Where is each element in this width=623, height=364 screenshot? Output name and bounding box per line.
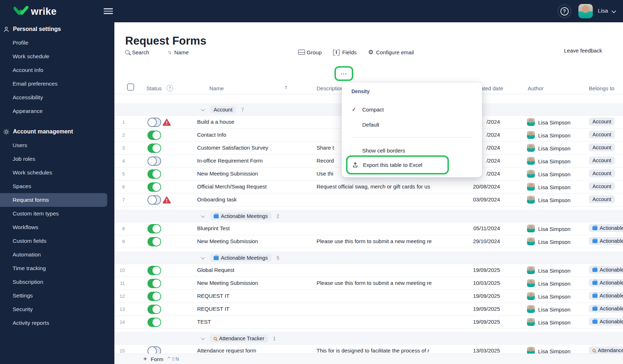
- form-name[interactable]: New Meeting Submission: [197, 280, 316, 286]
- help-button[interactable]: ?: [558, 4, 571, 18]
- form-name[interactable]: Official Merch/Swag Request: [197, 183, 316, 190]
- sidebar-item-activity-reports[interactable]: Activity reports: [0, 316, 114, 330]
- table-row[interactable]: 7Onboarding task03/09/2024Lisa SimpsonAc…: [114, 194, 623, 206]
- form-name[interactable]: Global Request: [197, 267, 316, 273]
- belongs-badge[interactable]: Account: [589, 131, 615, 138]
- status-toggle[interactable]: [147, 318, 161, 327]
- status-toggle[interactable]: [147, 237, 161, 246]
- column-header-belongs-to[interactable]: Belongs to: [589, 85, 614, 91]
- form-name[interactable]: Attendance request form: [197, 347, 316, 354]
- status-toggle[interactable]: [147, 118, 161, 127]
- sidebar-item-custom-fields[interactable]: Custom fields: [0, 234, 114, 248]
- group-badge[interactable]: Account: [210, 106, 236, 114]
- form-name[interactable]: New Meeting Submission: [197, 170, 316, 177]
- sidebar-item-profile[interactable]: Profile: [0, 36, 114, 50]
- table-row[interactable]: 9New Meeting SubmissionPlease use this f…: [114, 235, 623, 248]
- belongs-badge[interactable]: Actionable Meetings: [589, 279, 623, 287]
- status-toggle[interactable]: [147, 169, 161, 179]
- form-name[interactable]: Customer Satisfaction Survey: [197, 145, 316, 151]
- form-name[interactable]: REQUEST IT: [197, 293, 316, 299]
- chevron-down-icon[interactable]: [201, 255, 205, 259]
- group-badge[interactable]: Actionable Meetings: [210, 212, 272, 220]
- sidebar-item-custom-item-types[interactable]: Custom item types: [0, 207, 114, 220]
- table-row[interactable]: 10Global Request19/09/2025Lisa SimpsonAc…: [114, 264, 623, 277]
- form-name[interactable]: Blueprint Test: [197, 225, 316, 231]
- sidebar-item-job-roles[interactable]: Job roles: [0, 152, 114, 166]
- table-row[interactable]: 8Blueprint Test05/11/2024Lisa SimpsonAct…: [114, 222, 623, 235]
- group-badge[interactable]: Attendance Tracker: [210, 335, 268, 342]
- status-toggle[interactable]: [147, 144, 161, 153]
- sidebar-item-work-schedule[interactable]: Work schedule: [0, 50, 114, 63]
- form-name[interactable]: New Meeting Submission: [197, 238, 316, 244]
- menu-item-export-to-excel[interactable]: Export this table to Excel: [346, 155, 449, 174]
- belongs-badge[interactable]: Account: [589, 144, 615, 151]
- belongs-badge[interactable]: Actionable Meetings: [589, 318, 623, 326]
- sidebar-item-email-preferences[interactable]: Email preferences: [0, 77, 114, 91]
- sidebar-item-security[interactable]: Security: [0, 302, 114, 316]
- status-toggle[interactable]: [147, 131, 161, 140]
- column-header-name[interactable]: Name: [209, 85, 224, 91]
- configure-email-button[interactable]: ⚙ Configure email: [368, 49, 414, 55]
- status-toggle[interactable]: [147, 195, 161, 205]
- hamburger-menu-icon[interactable]: [104, 8, 113, 14]
- sort-button[interactable]: ↑↓ Name: [168, 49, 287, 55]
- wrike-logo[interactable]: wrike: [14, 5, 57, 18]
- belongs-badge[interactable]: Attendance Tracker: [589, 346, 623, 354]
- belongs-badge[interactable]: Actionable Meetings: [589, 305, 623, 313]
- status-toggle[interactable]: [147, 266, 161, 275]
- group-badge[interactable]: Actionable Meetings: [210, 254, 272, 262]
- chevron-down-icon[interactable]: [201, 214, 205, 218]
- user-name[interactable]: Lisa: [598, 8, 608, 14]
- belongs-badge[interactable]: Account: [589, 182, 615, 190]
- belongs-badge[interactable]: Actionable Meetings: [589, 237, 623, 245]
- column-header-author[interactable]: Author: [528, 85, 544, 91]
- sort-ascending-icon[interactable]: ↑: [285, 84, 287, 91]
- sidebar-item-settings[interactable]: Settings: [0, 289, 114, 302]
- form-name[interactable]: In-office Requirement Form: [197, 158, 316, 164]
- belongs-badge[interactable]: Account: [589, 118, 615, 126]
- more-options-button[interactable]: ...: [335, 66, 353, 81]
- form-name[interactable]: REQUEST IT: [197, 306, 316, 312]
- belongs-badge[interactable]: Account: [589, 156, 615, 164]
- chevron-down-icon[interactable]: [201, 107, 205, 111]
- table-row[interactable]: 12REQUEST IT19/09/2025Lisa SimpsonAction…: [114, 290, 623, 303]
- table-row[interactable]: 13REQUEST IT19/09/2025Lisa SimpsonAction…: [114, 303, 623, 316]
- belongs-badge[interactable]: Actionable Meetings: [589, 266, 623, 274]
- sidebar-item-work-schedules[interactable]: Work schedules: [0, 166, 114, 179]
- sidebar-item-workflows[interactable]: Workflows: [0, 220, 114, 234]
- sidebar-item-users[interactable]: Users: [0, 138, 114, 152]
- menu-item-default[interactable]: Default: [342, 118, 482, 131]
- table-row[interactable]: 6Official Merch/Swag RequestRequest offi…: [114, 181, 623, 194]
- table-row[interactable]: 11New Meeting SubmissionPlease use this …: [114, 277, 623, 290]
- sidebar-item-appearance[interactable]: Appearance: [0, 104, 114, 118]
- status-toggle[interactable]: [147, 279, 161, 288]
- belongs-badge[interactable]: Actionable Meetings: [589, 224, 623, 232]
- group-button[interactable]: Group: [298, 49, 322, 55]
- status-help-icon[interactable]: ?: [167, 85, 173, 91]
- sidebar-item-time-tracking[interactable]: Time tracking: [0, 261, 114, 275]
- table-row[interactable]: 14TEST19/09/2025Lisa SimpsonActionable M…: [114, 316, 623, 329]
- user-avatar[interactable]: [578, 4, 593, 18]
- column-header-description[interactable]: Description: [317, 85, 344, 91]
- status-toggle[interactable]: [147, 305, 161, 314]
- sidebar-item-account-info[interactable]: Account info: [0, 63, 114, 77]
- sidebar-item-accessibility[interactable]: Accessibility: [0, 91, 114, 104]
- belongs-badge[interactable]: Account: [589, 195, 615, 203]
- form-name[interactable]: Contact Info: [197, 132, 316, 138]
- form-name[interactable]: Build a a house: [197, 119, 316, 125]
- status-toggle[interactable]: [147, 156, 161, 166]
- add-form-bar[interactable]: + Form ^⇧N: [114, 354, 623, 364]
- chevron-down-icon[interactable]: [611, 9, 616, 13]
- fields-button[interactable]: Fields: [333, 49, 356, 55]
- sidebar-item-spaces[interactable]: Spaces: [0, 179, 114, 193]
- menu-item-show-cell-borders[interactable]: Show cell borders: [342, 144, 482, 157]
- chevron-down-icon[interactable]: [201, 336, 205, 340]
- column-header-status[interactable]: Status: [146, 85, 162, 91]
- select-all-checkbox[interactable]: [127, 83, 134, 91]
- status-toggle[interactable]: [147, 292, 161, 301]
- status-toggle[interactable]: [147, 182, 161, 192]
- sidebar-item-subscription[interactable]: Subscription: [0, 275, 114, 289]
- status-toggle[interactable]: [147, 224, 161, 233]
- belongs-badge[interactable]: Actionable Meetings: [589, 292, 623, 300]
- sidebar-item-request-forms[interactable]: Request forms: [0, 193, 107, 207]
